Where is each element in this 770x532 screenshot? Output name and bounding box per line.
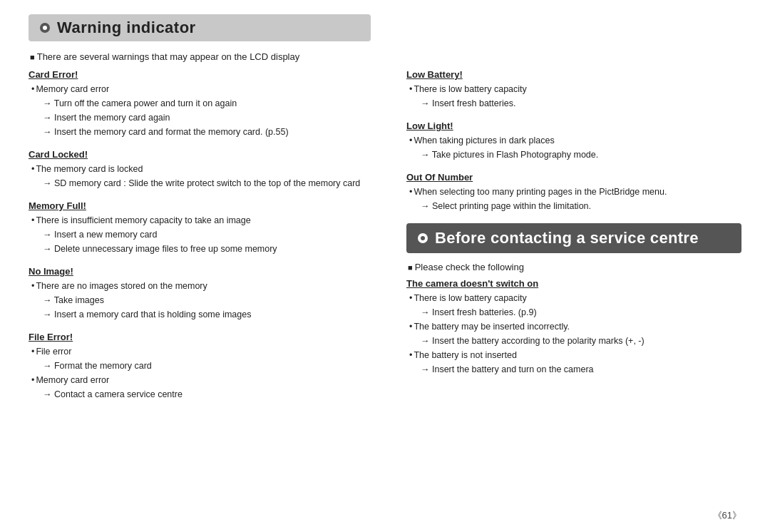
- low-light-title: Low Light!: [406, 121, 741, 131]
- page-number: 《61》: [713, 509, 741, 522]
- card-locked-title: Card Locked!: [29, 149, 385, 160]
- low-light-content: When taking pictures in dark places → Ta…: [406, 133, 741, 162]
- no-image-title: No Image!: [29, 266, 385, 277]
- card-error-block: Card Error! Memory card error → Turn off…: [29, 69, 385, 139]
- left-column: Card Error! Memory card error → Turn off…: [29, 69, 385, 518]
- card-error-sub-3: → Insert the memory card and format the …: [31, 125, 385, 139]
- memory-full-block: Memory Full! There is insufficient memor…: [29, 200, 385, 256]
- no-image-item-1: There are no images stored on the memory: [31, 279, 385, 293]
- file-error-content: File error → Format the memory card Memo…: [29, 344, 385, 401]
- out-of-number-block: Out Of Number When selecting too many pr…: [406, 172, 741, 213]
- card-error-item-1: Memory card error: [31, 82, 385, 96]
- service-centre-title-bar: Before contacting a service centre: [406, 223, 741, 253]
- camera-no-switch-sub-3: → Insert the battery and turn on the cam…: [409, 362, 741, 377]
- page: Warning indicator There are several warn…: [0, 0, 770, 532]
- out-of-number-content: When selecting too many printing pages i…: [406, 185, 741, 213]
- camera-no-switch-sub-1: → Insert fresh batteries. (p.9): [409, 305, 741, 319]
- warning-indicator-title-bar: Warning indicator: [29, 14, 371, 41]
- file-error-item-2: Memory card error: [31, 373, 385, 387]
- no-image-sub-2: → Insert a memory card that is holding s…: [31, 307, 385, 322]
- main-columns: Card Error! Memory card error → Turn off…: [29, 69, 741, 518]
- memory-full-content: There is insufficient memory capacity to…: [29, 213, 385, 256]
- no-image-sub-1: → Take images: [31, 293, 385, 307]
- warning-indicator-title: Warning indicator: [57, 19, 196, 37]
- camera-no-switch-content: There is low battery capacity → Insert f…: [406, 291, 741, 377]
- low-battery-item-1: There is low battery capacity: [409, 82, 741, 96]
- service-centre-section: Before contacting a service centre Pleas…: [406, 223, 741, 377]
- card-error-title: Card Error!: [29, 69, 385, 80]
- service-centre-intro: Please check the following: [408, 262, 741, 272]
- out-of-number-item-1: When selecting too many printing pages i…: [409, 185, 741, 199]
- warning-intro-text: There are several warnings that may appe…: [30, 51, 741, 62]
- card-error-content: Memory card error → Turn off the camera …: [29, 82, 385, 139]
- no-image-block: No Image! There are no images stored on …: [29, 266, 385, 322]
- camera-no-switch-item-1: There is low battery capacity: [409, 291, 741, 305]
- out-of-number-sub-1: → Select printing page within the limita…: [409, 199, 741, 213]
- camera-no-switch-title: The camera doesn't switch on: [406, 278, 741, 289]
- camera-no-switch-item-2: The battery may be inserted incorrectly.: [409, 319, 741, 334]
- file-error-item-1: File error: [31, 344, 385, 359]
- card-error-sub-1: → Turn off the camera power and turn it …: [31, 96, 385, 111]
- card-locked-content: The memory card is locked → SD memory ca…: [29, 162, 385, 190]
- low-battery-sub-1: → Insert fresh batteries.: [409, 96, 741, 111]
- low-light-sub-1: → Take pictures in Flash Photography mod…: [409, 148, 741, 162]
- camera-no-switch-block: The camera doesn't switch on There is lo…: [406, 278, 741, 377]
- card-error-sub-2: → Insert the memory card again: [31, 111, 385, 125]
- low-battery-title: Low Battery!: [406, 69, 741, 80]
- service-centre-title: Before contacting a service centre: [435, 229, 699, 247]
- bullet-circle-white-icon: [418, 233, 428, 243]
- file-error-sub-1: → Format the memory card: [31, 359, 385, 373]
- low-light-block: Low Light! When taking pictures in dark …: [406, 121, 741, 162]
- low-battery-content: There is low battery capacity → Insert f…: [406, 82, 741, 111]
- right-column: Low Battery! There is low battery capaci…: [406, 69, 741, 518]
- low-battery-block: Low Battery! There is low battery capaci…: [406, 69, 741, 111]
- memory-full-sub-1: → Insert a new memory card: [31, 227, 385, 242]
- out-of-number-title: Out Of Number: [406, 172, 741, 183]
- file-error-block: File Error! File error → Format the memo…: [29, 332, 385, 401]
- bullet-circle-icon: [40, 23, 50, 33]
- low-light-item-1: When taking pictures in dark places: [409, 133, 741, 148]
- memory-full-title: Memory Full!: [29, 200, 385, 211]
- camera-no-switch-item-3: The battery is not inserted: [409, 348, 741, 362]
- card-locked-block: Card Locked! The memory card is locked →…: [29, 149, 385, 190]
- camera-no-switch-sub-2: → Insert the battery according to the po…: [409, 334, 741, 348]
- file-error-title: File Error!: [29, 332, 385, 342]
- memory-full-sub-2: → Delete unnecessary image files to free…: [31, 242, 385, 256]
- file-error-sub-2: → Contact a camera service centre: [31, 387, 385, 401]
- card-locked-sub-1: → SD memory card : Slide the write prote…: [31, 176, 385, 190]
- no-image-content: There are no images stored on the memory…: [29, 279, 385, 322]
- card-locked-item-1: The memory card is locked: [31, 162, 385, 176]
- memory-full-item-1: There is insufficient memory capacity to…: [31, 213, 385, 227]
